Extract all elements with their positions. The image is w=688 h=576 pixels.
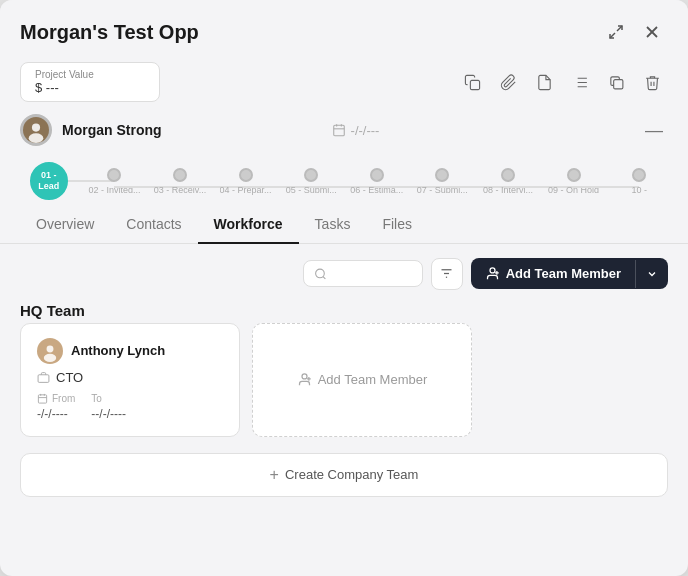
tab-tasks[interactable]: Tasks	[299, 206, 367, 244]
to-date-col: To --/-/----	[91, 393, 126, 422]
plus-icon: +	[270, 466, 279, 484]
hq-team-title: HQ Team	[20, 302, 668, 319]
chevron-down-icon	[646, 268, 658, 280]
pipeline-step-10[interactable]: 10 -	[606, 168, 672, 195]
add-person-icon	[297, 372, 312, 387]
tabs: Overview Contacts Workforce Tasks Files	[0, 206, 688, 244]
pipeline-step-08[interactable]: 08 - Intervi...	[475, 168, 541, 195]
from-value: -/-/----	[37, 407, 68, 421]
owner-row: Morgan Strong -/-/--- —	[0, 110, 688, 154]
create-company-label: Create Company Team	[285, 467, 418, 482]
project-value-box[interactable]: Project Value $ ---	[20, 62, 160, 102]
to-label: To	[91, 393, 126, 404]
pipeline-step-04[interactable]: 04 - Prepar...	[213, 168, 279, 195]
list-icon[interactable]	[564, 66, 596, 98]
duplicate-icon[interactable]	[600, 66, 632, 98]
search-box[interactable]	[303, 260, 423, 287]
step-label-10: 10 -	[631, 185, 647, 195]
card-avatar	[37, 338, 63, 364]
more-options-button[interactable]: —	[640, 116, 668, 144]
team-cards: Anthony Lynch CTO From -/-/----	[20, 323, 668, 437]
card-person-name: Anthony Lynch	[71, 343, 165, 358]
step-circle-05	[304, 168, 318, 182]
svg-point-29	[44, 353, 56, 361]
card-role-row: CTO	[37, 370, 223, 385]
svg-point-28	[47, 345, 54, 352]
svg-point-35	[302, 374, 307, 379]
tab-workforce[interactable]: Workforce	[198, 206, 299, 244]
pipeline-step-07[interactable]: 07 - Submi...	[410, 168, 476, 195]
add-team-btn-chevron[interactable]	[635, 260, 668, 288]
step-circle-09	[567, 168, 581, 182]
workforce-content: Add Team Member HQ Team	[0, 244, 688, 577]
project-value-label: Project Value	[35, 69, 145, 80]
svg-rect-4	[470, 80, 479, 89]
step-circle-02	[107, 168, 121, 182]
pipeline-step-02[interactable]: 02 - Invited...	[82, 168, 148, 195]
pipeline-step-09[interactable]: 09 - On Hold	[541, 168, 607, 195]
svg-rect-11	[613, 79, 622, 88]
step-circle-07	[435, 168, 449, 182]
add-team-btn-label: Add Team Member	[506, 266, 621, 281]
add-team-member-card[interactable]: Add Team Member	[252, 323, 472, 437]
project-value-val: $ ---	[35, 80, 145, 95]
step-circle-01: 01 -Lead	[30, 162, 68, 200]
pipeline-step-06[interactable]: 06 - Estima...	[344, 168, 410, 195]
person-icon	[485, 266, 500, 281]
date-value: -/-/---	[351, 123, 380, 138]
svg-point-24	[490, 268, 495, 273]
svg-rect-15	[333, 125, 344, 135]
team-member-card: Anthony Lynch CTO From -/-/----	[20, 323, 240, 437]
from-label: From	[52, 393, 75, 404]
card-dates-row: From -/-/---- To --/-/----	[37, 393, 223, 422]
add-member-label: Add Team Member	[318, 372, 428, 387]
step-circle-04	[239, 168, 253, 182]
tab-files[interactable]: Files	[366, 206, 428, 244]
step-circle-03	[173, 168, 187, 182]
toolbar-icons	[456, 66, 668, 98]
hq-team-section: HQ Team Anthony Lynch	[20, 302, 668, 437]
create-company-team-button[interactable]: + Create Company Team	[20, 453, 668, 497]
paperclip-icon[interactable]	[492, 66, 524, 98]
pipeline-step-03[interactable]: 03 - Receiv...	[147, 168, 213, 195]
svg-line-20	[323, 276, 325, 278]
step-circle-10	[632, 168, 646, 182]
from-date-col: From -/-/----	[37, 393, 75, 422]
step-circle-08	[501, 168, 515, 182]
add-team-member-button[interactable]: Add Team Member	[471, 258, 668, 289]
project-value-row: Project Value $ ---	[0, 58, 688, 110]
modal-header: Morgan's Test Opp	[0, 0, 688, 58]
pipeline: 01 -Lead 02 - Invited... 03 - Receiv... …	[0, 154, 688, 206]
filter-button[interactable]	[431, 258, 463, 290]
tab-overview[interactable]: Overview	[20, 206, 110, 244]
add-team-btn-main: Add Team Member	[471, 258, 635, 289]
search-filter-row: Add Team Member	[20, 258, 668, 290]
card-role: CTO	[56, 370, 83, 385]
header-icons	[600, 16, 668, 48]
svg-rect-31	[38, 394, 46, 402]
avatar	[20, 114, 52, 146]
tab-contacts[interactable]: Contacts	[110, 206, 197, 244]
svg-point-13	[32, 124, 40, 132]
svg-point-14	[29, 133, 44, 143]
step-circle-06	[370, 168, 384, 182]
delete-icon[interactable]	[636, 66, 668, 98]
date-field[interactable]: -/-/---	[332, 123, 380, 138]
close-icon[interactable]	[636, 16, 668, 48]
svg-point-19	[315, 269, 324, 278]
pipeline-track: 01 -Lead 02 - Invited... 03 - Receiv... …	[16, 162, 672, 200]
pipeline-step-01[interactable]: 01 -Lead	[16, 162, 82, 200]
expand-icon[interactable]	[600, 16, 632, 48]
svg-rect-30	[38, 374, 49, 382]
to-value: --/-/----	[91, 407, 126, 421]
modal-title: Morgan's Test Opp	[20, 21, 199, 44]
pipeline-step-05[interactable]: 05 - Submi...	[278, 168, 344, 195]
filter-icon	[439, 266, 454, 281]
calendar-icon	[37, 393, 48, 404]
document-icon[interactable]	[528, 66, 560, 98]
search-input[interactable]	[332, 266, 412, 281]
owner-name: Morgan Strong	[62, 122, 162, 138]
card-person-row: Anthony Lynch	[37, 338, 223, 364]
copy-icon[interactable]	[456, 66, 488, 98]
role-icon	[37, 371, 50, 384]
